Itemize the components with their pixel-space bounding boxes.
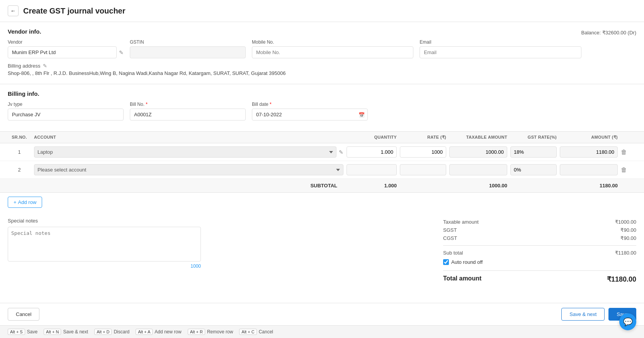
- bill-no-label: Bill No. *: [130, 102, 246, 107]
- auto-roundoff-checkbox[interactable]: [443, 259, 449, 265]
- row-2-rate-input[interactable]: [400, 164, 446, 175]
- vendor-row: Vendor Munim ERP Pvt Ltd ✎ GSTIN: [8, 39, 581, 58]
- row-1-qty-cell: [347, 146, 397, 158]
- notes-textarea[interactable]: [8, 227, 201, 262]
- col-sr-no: SR.NO.: [8, 135, 31, 140]
- subtotal-label: SUBTOTAL: [34, 183, 343, 189]
- total-amount-row: Total amount ₹1180.00: [443, 274, 636, 285]
- row-2-taxable-input: [449, 164, 507, 175]
- email-input[interactable]: [420, 46, 581, 58]
- table-row: 2 Please select account 0% 5% 12%: [0, 161, 644, 179]
- row-2-account-select[interactable]: Please select account: [34, 164, 343, 175]
- email-field: Email: [420, 39, 581, 58]
- row-1-rate-input[interactable]: [400, 146, 446, 158]
- row-2-amount-input: [560, 164, 618, 175]
- table-header-row: SR.NO. ACCOUNT QUANTITY RATE (₹) TAXABLE…: [0, 131, 644, 143]
- row-1-delete-button[interactable]: 🗑: [621, 149, 627, 156]
- cgst-label: CGST: [443, 235, 457, 241]
- vendor-select[interactable]: Munim ERP Pvt Ltd: [8, 46, 117, 58]
- shortcut-add-row: Alt + A Add new row: [136, 329, 181, 335]
- vendor-label: Vendor: [8, 39, 124, 45]
- total-amount-value: ₹1180.00: [607, 275, 636, 284]
- shortcut-label-add-row: Add new row: [155, 329, 181, 335]
- row-1-gst-select[interactable]: 18% 0% 5% 12% 28%: [510, 146, 557, 158]
- row-1-edit-icon[interactable]: ✎: [339, 149, 343, 155]
- sgst-label: SGST: [443, 227, 457, 233]
- sub-total-row: Sub total ₹1180.00: [443, 249, 636, 257]
- chat-fab-button[interactable]: 💬: [619, 313, 636, 330]
- jv-type-select[interactable]: Purchase JV Sales JV: [8, 109, 124, 121]
- row-2-qty-input[interactable]: [347, 164, 397, 175]
- col-gst-rate: GST RATE(%): [510, 135, 557, 140]
- row-1-gst-cell: 18% 0% 5% 12% 28%: [510, 146, 557, 158]
- billing-address-label: Billing address ✎: [8, 63, 581, 69]
- balance-info: Balance: ₹32600.00 (Dr): [581, 28, 636, 36]
- back-button[interactable]: ←: [8, 5, 19, 16]
- row-1-taxable-input: [449, 146, 507, 158]
- row-2-gst-select[interactable]: 0% 5% 12% 18% 28%: [510, 164, 557, 175]
- notes-title: Special notes: [8, 218, 201, 224]
- add-row-button[interactable]: + Add row: [8, 197, 42, 208]
- sub-total-value: ₹1180.00: [615, 250, 636, 256]
- row-1-taxable-cell: [449, 146, 507, 158]
- shortcut-label-cancel: Cancel: [259, 329, 273, 335]
- bottom-section: Special notes 1000 Taxable amount ₹1000.…: [0, 212, 644, 303]
- auto-roundoff-row: Auto round off: [443, 257, 636, 267]
- row-2-delete-button[interactable]: 🗑: [621, 166, 627, 173]
- mobile-input[interactable]: [252, 46, 413, 58]
- row-1-qty-input[interactable]: [347, 146, 397, 158]
- col-taxable-amount: TAXABLE AMOUNT: [449, 135, 507, 140]
- cgst-value: ₹90.00: [620, 235, 636, 241]
- row-2-rate-cell: [400, 164, 446, 175]
- row-2-taxable-cell: [449, 164, 507, 175]
- shortcut-remove-row: Alt + R Remove row: [188, 329, 233, 335]
- shortcut-save-next: Alt + N Save & next: [44, 329, 88, 335]
- shortcut-cancel: Alt + C Cancel: [239, 329, 273, 335]
- gstin-label: GSTIN: [130, 39, 246, 45]
- row-2-qty-cell: [347, 164, 397, 175]
- row-1-account-select[interactable]: Laptop: [34, 146, 336, 158]
- shortcut-discard: Alt + D Discard: [94, 329, 129, 335]
- auto-roundoff-label: Auto round off: [451, 259, 483, 265]
- shortcuts-bar: Alt + S Save Alt + N Save & next Alt + D…: [0, 325, 644, 338]
- add-row-plus-icon: +: [14, 199, 17, 205]
- sub-total-label: Sub total: [443, 250, 463, 256]
- row-2-gst-cell: 0% 5% 12% 18% 28%: [510, 164, 557, 175]
- row-2-account-cell: Please select account: [34, 164, 343, 175]
- gstin-input[interactable]: [130, 46, 246, 58]
- jv-type-field: Jv type Purchase JV Sales JV: [8, 102, 124, 121]
- taxable-amount-value: ₹1000.00: [615, 219, 636, 225]
- taxable-amount-row: Taxable amount ₹1000.00: [443, 218, 636, 226]
- billing-form-row: Jv type Purchase JV Sales JV Bill No. * …: [8, 102, 636, 121]
- shortcut-label-save-next: Save & next: [63, 329, 88, 335]
- col-quantity: QUANTITY: [347, 135, 397, 140]
- action-bar: Cancel Save & next Save: [0, 303, 644, 325]
- cancel-button[interactable]: Cancel: [8, 308, 39, 321]
- sgst-row: SGST ₹90.00: [443, 226, 636, 234]
- bill-date-input[interactable]: 07-10-2022: [252, 109, 368, 121]
- shortcut-key-save: Alt + S: [8, 329, 25, 335]
- add-row-section: + Add row: [0, 193, 644, 212]
- row-1-sr: 1: [8, 149, 31, 155]
- address-edit-icon[interactable]: ✎: [43, 63, 47, 69]
- row-2-delete-cell: 🗑: [621, 166, 636, 173]
- bill-no-input[interactable]: [130, 109, 246, 121]
- vendor-info-title: Vendor info.: [8, 28, 581, 35]
- page-title: Create GST journal voucher: [23, 7, 126, 15]
- table-row: 1 Laptop ✎ 18% 0% 5% 12%: [0, 143, 644, 161]
- shortcut-label-discard: Discard: [114, 329, 129, 335]
- vendor-info-section: Vendor info. Vendor Munim ERP Pvt Ltd ✎ …: [0, 22, 644, 84]
- mobile-label: Mobile No.: [252, 39, 413, 45]
- notes-section: Special notes 1000: [8, 218, 201, 297]
- summary-section: Taxable amount ₹1000.00 SGST ₹90.00 CGST…: [209, 218, 636, 297]
- row-1-account-cell: Laptop ✎: [34, 146, 343, 158]
- line-items-table: SR.NO. ACCOUNT QUANTITY RATE (₹) TAXABLE…: [0, 131, 644, 193]
- vendor-edit-icon[interactable]: ✎: [119, 49, 124, 56]
- save-next-button[interactable]: Save & next: [561, 308, 605, 321]
- billing-info-title: Billing info.: [8, 90, 636, 97]
- sgst-value: ₹90.00: [620, 227, 636, 233]
- page-header: ← Create GST journal voucher: [0, 0, 644, 22]
- mobile-field: Mobile No.: [252, 39, 413, 58]
- subtotal-row: SUBTOTAL 1.000 1000.00 1180.00: [0, 179, 644, 193]
- shortcut-key-cancel: Alt + C: [239, 329, 257, 335]
